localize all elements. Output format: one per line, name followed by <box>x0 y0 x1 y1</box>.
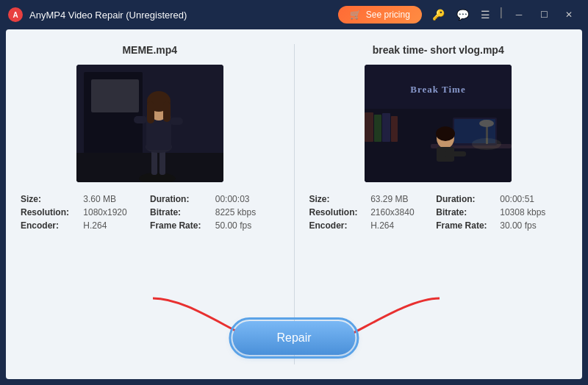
svg-rect-31 <box>365 112 373 142</box>
right-size-label: Size: <box>309 194 371 204</box>
right-bitrate-value: 10308 kbps <box>500 207 567 217</box>
svg-rect-16 <box>91 79 139 112</box>
left-resolution-label: Resolution: <box>21 207 83 217</box>
cart-icon: 🛒 <box>350 10 361 20</box>
left-framerate-label: Frame Rate: <box>150 220 215 231</box>
maximize-button[interactable]: ☐ <box>532 6 556 24</box>
left-video-svg <box>76 65 223 182</box>
svg-rect-11 <box>170 118 183 125</box>
left-video-thumbnail <box>76 65 223 182</box>
svg-rect-34 <box>391 116 398 142</box>
left-resolution-value: 1080x1920 <box>83 207 150 217</box>
pricing-label: See pricing <box>366 10 410 20</box>
svg-rect-15 <box>163 101 171 122</box>
right-duration-value: 00:00:51 <box>500 194 567 204</box>
right-panel-title: break time- short vlog.mp4 <box>373 44 504 56</box>
left-size-value: 3.60 MB <box>83 194 150 204</box>
main-content: MEME.mp4 <box>6 29 582 379</box>
see-pricing-button[interactable]: 🛒 See pricing <box>338 6 422 24</box>
window-controls: | ─ ☐ ✕ <box>497 6 581 24</box>
svg-text:A: A <box>12 11 18 19</box>
svg-rect-33 <box>382 113 390 142</box>
svg-point-25 <box>436 126 455 141</box>
chat-icon[interactable]: 💬 <box>453 7 472 22</box>
left-panel-title: MEME.mp4 <box>122 44 177 56</box>
right-encoder-label: Encoder: <box>309 220 371 231</box>
left-encoder-value: H.264 <box>83 220 150 231</box>
title-bar: A AnyMP4 Video Repair (Unregistered) 🛒 S… <box>0 0 588 29</box>
svg-text:Break Time: Break Time <box>411 84 466 95</box>
repair-btn-outline: Repair <box>229 317 359 359</box>
left-framerate-value: 50.00 fps <box>215 220 279 231</box>
key-icon[interactable]: 🔑 <box>429 7 448 22</box>
repair-btn-wrapper: Repair <box>229 317 359 359</box>
right-bitrate-label: Bitrate: <box>436 207 500 217</box>
svg-rect-10 <box>134 116 147 123</box>
left-size-label: Size: <box>21 194 83 204</box>
right-size-value: 63.29 MB <box>370 194 436 204</box>
left-bitrate-value: 8225 kbps <box>215 207 279 217</box>
left-encoder-label: Encoder: <box>21 220 83 231</box>
right-video-svg: Break Time <box>365 65 512 182</box>
right-video-info: Size: 63.29 MB Duration: 00:00:51 Resolu… <box>309 194 568 231</box>
right-resolution-label: Resolution: <box>309 207 371 217</box>
app-logo: A <box>7 7 24 23</box>
menu-icon[interactable]: ☰ <box>478 7 493 22</box>
svg-rect-32 <box>374 115 381 142</box>
left-video-info: Size: 3.60 MB Duration: 00:00:03 Resolut… <box>21 194 279 231</box>
minimize-button[interactable]: ─ <box>507 6 531 24</box>
svg-point-29 <box>479 120 494 127</box>
right-encoder-value: H.264 <box>370 220 436 231</box>
right-duration-label: Duration: <box>436 194 500 204</box>
toolbar-icons: 🔑 💬 ☰ <box>429 7 493 22</box>
app-title: AnyMP4 Video Repair (Unregistered) <box>29 10 338 21</box>
repair-button[interactable]: Repair <box>232 321 355 355</box>
close-button[interactable]: ✕ <box>557 6 581 24</box>
right-resolution-value: 2160x3840 <box>370 207 436 217</box>
right-video-thumbnail: Break Time <box>365 65 512 182</box>
right-framerate-value: 30.00 fps <box>500 220 567 231</box>
svg-point-30 <box>472 138 501 150</box>
left-duration-value: 00:00:03 <box>215 194 279 204</box>
left-bitrate-label: Bitrate: <box>150 207 215 217</box>
right-framerate-label: Frame Rate: <box>436 220 500 231</box>
svg-rect-27 <box>444 151 466 156</box>
left-duration-label: Duration: <box>150 194 215 204</box>
svg-rect-14 <box>147 101 154 123</box>
